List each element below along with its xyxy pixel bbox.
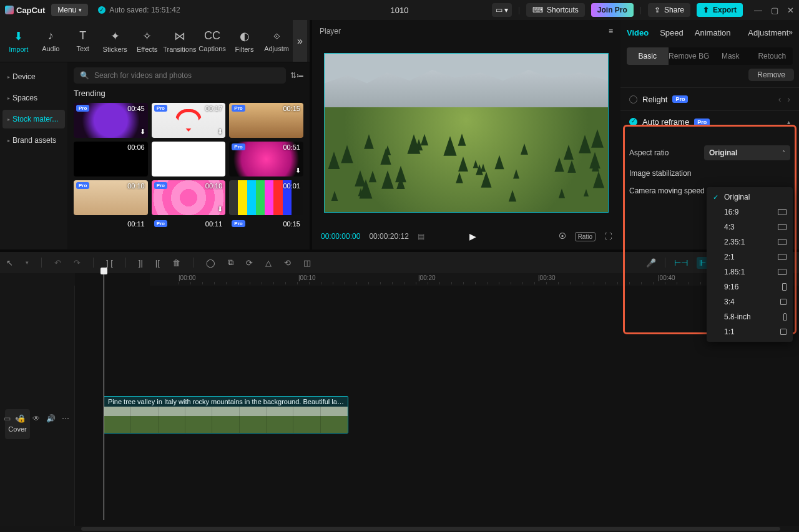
tool-stickers[interactable]: ✦Stickers	[99, 29, 130, 53]
split-icon[interactable]: ] [	[106, 258, 113, 268]
ratio-option-9-16[interactable]: 9:16	[707, 279, 793, 294]
ratio-option-3-4[interactable]: 3:4	[707, 294, 793, 309]
inspector-tab-video[interactable]: Video	[627, 28, 649, 37]
media-thumbnail[interactable]: Pro00:15	[229, 219, 303, 231]
reverse-icon[interactable]: ⟳	[246, 258, 253, 268]
crop-icon[interactable]: ◫	[303, 258, 311, 268]
ratio-option-1-1[interactable]: 1:1	[707, 324, 793, 339]
trim-right-icon[interactable]: |[	[155, 258, 160, 268]
tool-text[interactable]: TText	[67, 29, 99, 52]
preview-quality-icon[interactable]: ▤	[418, 232, 424, 241]
menu-button[interactable]: Menu▾	[51, 4, 88, 16]
track-visible-icon[interactable]: 👁	[32, 414, 40, 423]
play-button[interactable]: ▶	[469, 231, 476, 241]
prev-icon[interactable]: ‹	[778, 94, 782, 104]
crop-preview-icon[interactable]: ⦿	[559, 232, 566, 241]
media-thumbnail[interactable]	[152, 142, 226, 177]
ratio-option-1-85-1[interactable]: 1.85:1	[707, 264, 793, 279]
delete-icon[interactable]: 🗑	[172, 258, 180, 268]
ratio-option-2-35-1[interactable]: 2.35:1	[707, 235, 793, 249]
track-lock-icon[interactable]: 🔒	[17, 414, 26, 423]
track-more-icon[interactable]: ⋯	[62, 414, 69, 423]
ratio-option-original[interactable]: ✓Original	[707, 190, 793, 205]
ratio-option-5-8-inch[interactable]: 5.8-inch	[707, 309, 793, 324]
tool-filters[interactable]: ◐Filters	[228, 29, 260, 53]
media-thumbnail[interactable]: 00:11	[74, 219, 148, 231]
timeline-ruler[interactable]: |00:00|00:10|00:20|00:30|00:40	[150, 273, 799, 286]
aspect-ratio-select[interactable]: Original˄	[704, 145, 790, 160]
tools-more-icon[interactable]: »	[293, 20, 307, 62]
auto-reframe-group[interactable]: Auto reframe Pro ▴	[620, 110, 799, 133]
media-thumbnail[interactable]: 00:01	[229, 180, 303, 215]
marker-icon[interactable]: ◯	[206, 258, 215, 268]
tool-import[interactable]: ⬇Import	[2, 29, 34, 53]
media-thumbnail[interactable]: Pro00:17⬇	[152, 103, 226, 138]
inspector-tab-animation[interactable]: Animation	[695, 28, 731, 37]
playhead[interactable]	[104, 271, 104, 520]
horizontal-scrollbar[interactable]	[0, 526, 799, 532]
aspect-button[interactable]: ▭ ▾	[492, 3, 512, 17]
mic-icon[interactable]: 🎤	[646, 258, 656, 268]
lib-stock-mater---[interactable]: ▸Stock mater...	[2, 110, 65, 128]
ratio-option-4-3[interactable]: 4:3	[707, 220, 793, 235]
media-thumbnail[interactable]: Pro00:10	[74, 180, 148, 215]
timeline-tracks[interactable]: Pine tree valley in Italy with rocky mou…	[75, 286, 799, 526]
window-minimize[interactable]: —	[754, 6, 762, 15]
copy-icon[interactable]: ⧉	[228, 258, 233, 268]
track-expand-icon[interactable]: ▭	[4, 414, 11, 423]
media-thumbnail[interactable]: Pro00:11	[152, 219, 226, 231]
share-button[interactable]: ⇪ Share	[648, 3, 690, 17]
tool-captions[interactable]: CCCaptions	[196, 29, 228, 52]
export-button[interactable]: ⬆ Export	[697, 3, 743, 17]
trim-left-icon[interactable]: ]|	[139, 258, 143, 268]
media-thumbnail[interactable]: Pro00:45⬇	[74, 103, 148, 138]
player-menu-icon[interactable]: ≡	[609, 27, 613, 36]
video-clip[interactable]: Pine tree valley in Italy with rocky mou…	[104, 396, 348, 433]
mirror-icon[interactable]: △	[265, 258, 272, 268]
collapse-icon[interactable]: ▴	[787, 118, 790, 125]
media-thumbnail[interactable]: 00:06	[74, 142, 148, 177]
shortcuts-button[interactable]: ⌨ Shortcuts	[526, 3, 585, 17]
lib-device[interactable]: ▸Device	[2, 67, 65, 86]
track-mute-icon[interactable]: 🔊	[46, 414, 56, 423]
undo-icon[interactable]: ↶	[54, 258, 61, 268]
ratio-option-16-9[interactable]: 16:9	[707, 205, 793, 220]
tool-transitions[interactable]: ⋈Transitions	[163, 29, 196, 53]
seg-remove-bg[interactable]: Remove BG	[669, 47, 710, 65]
inspector-tab-adjustment[interactable]: Adjustment»	[748, 28, 793, 37]
window-maximize[interactable]: ▢	[771, 6, 778, 15]
tool-audio[interactable]: ♪Audio	[34, 29, 66, 52]
auto-reframe-checkbox[interactable]	[629, 118, 637, 126]
rotate-icon[interactable]: ⟲	[284, 258, 291, 268]
media-thumbnail[interactable]: Pro00:15	[229, 103, 303, 138]
pointer-tool-icon[interactable]: ↖	[6, 258, 13, 268]
seg-basic[interactable]: Basic	[627, 47, 669, 65]
lib-brand-assets[interactable]: ▸Brand assets	[2, 131, 65, 150]
aspect-ratio-dropdown[interactable]: ✓Original16:94:32.35:12:11.85:19:163:45.…	[707, 187, 793, 342]
tool-effects[interactable]: ✧Effects	[131, 29, 163, 53]
lib-spaces[interactable]: ▸Spaces	[2, 89, 65, 107]
relight-group[interactable]: Relight Pro ‹›	[620, 87, 799, 110]
tool-adjustm[interactable]: ⟐Adjustm	[260, 29, 292, 52]
search-input[interactable]: 🔍 Search for videos and photos	[74, 67, 286, 84]
titlebar: CapCut Menu▾ ✓Auto saved: 15:51:42 1010 …	[0, 0, 799, 20]
relight-checkbox[interactable]	[629, 95, 637, 104]
filter-button[interactable]: ⇅≔	[291, 69, 303, 82]
fullscreen-icon[interactable]: ⛶	[604, 232, 612, 241]
ratio-option-2-1[interactable]: 2:1	[707, 249, 793, 264]
join-pro-button[interactable]: Join Pro	[591, 3, 634, 17]
video-preview[interactable]	[324, 53, 609, 213]
inspector-tab-speed[interactable]: Speed	[660, 28, 684, 37]
next-icon[interactable]: ›	[787, 94, 790, 104]
ratio-button[interactable]: Ratio	[575, 232, 596, 241]
redo-icon[interactable]: ↷	[74, 258, 81, 268]
magnet-left-icon[interactable]: ⊢⊣	[674, 258, 688, 268]
media-thumbnail[interactable]: Pro00:10⬇	[152, 180, 226, 215]
media-thumbnail[interactable]: Pro00:51⬇	[229, 142, 303, 177]
library-sidebar: ▸Device▸Spaces▸Stock mater...▸Brand asse…	[0, 62, 67, 249]
window-close[interactable]: ✕	[787, 6, 794, 15]
seg-mask[interactable]: Mask	[710, 47, 752, 65]
project-title[interactable]: 1010	[391, 6, 409, 15]
remove-button[interactable]: Remove	[748, 69, 794, 81]
seg-retouch[interactable]: Retouch	[752, 47, 793, 65]
